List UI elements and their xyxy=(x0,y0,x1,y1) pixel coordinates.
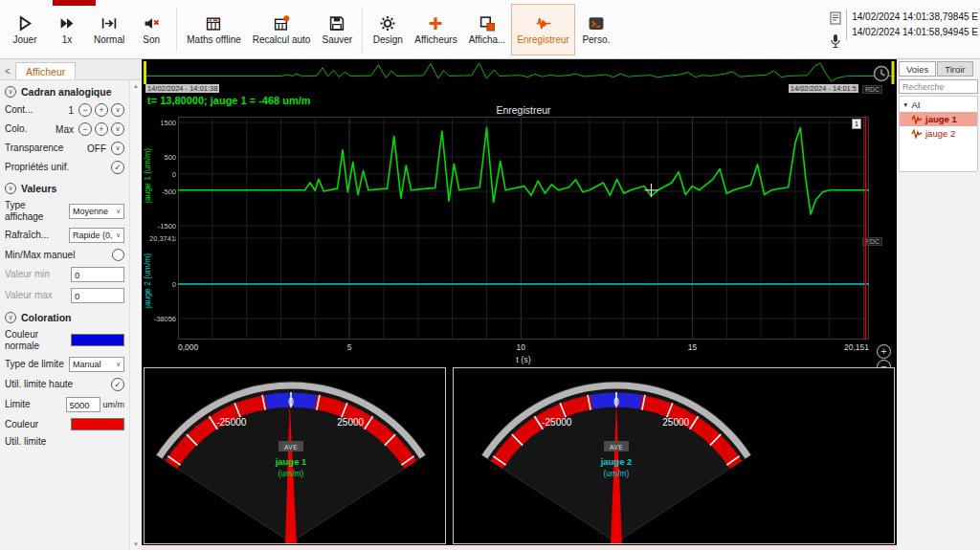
toolbar-button-afficheurs[interactable]: Afficheurs xyxy=(409,4,462,55)
limite-unit: um/m xyxy=(103,400,125,409)
limite-label: Limite xyxy=(5,399,63,410)
save-icon xyxy=(328,13,345,33)
channel-item-jauge-2[interactable]: jauge 2 xyxy=(900,126,977,141)
microphone-icon[interactable] xyxy=(830,33,841,54)
fast-forward-icon xyxy=(58,13,76,33)
toolbar-button-enregistreur[interactable]: Enregistreur xyxy=(511,4,574,55)
toolbar-button-label: Design xyxy=(373,34,403,45)
checked-toggle[interactable]: ✓ xyxy=(111,378,124,391)
partial-row: Util. limite xyxy=(0,433,129,451)
toolbar-button-sauver[interactable]: Sauver xyxy=(316,4,358,55)
y-tick-label: 0 xyxy=(149,170,176,179)
y-tick-label: 500 xyxy=(149,153,176,162)
type-affichage-label: Type affichage xyxy=(5,200,66,222)
toolbar-button-jouer[interactable]: Jouer xyxy=(4,4,46,55)
toolbar-button-afficha-[interactable]: Afficha... xyxy=(463,4,512,55)
tab-voies[interactable]: Voies xyxy=(899,61,936,77)
display-settings-icon xyxy=(479,13,496,33)
toolbar-button-normal[interactable]: Normal xyxy=(88,4,130,55)
minmax-radio[interactable] xyxy=(112,249,124,261)
scroll-up-icon[interactable]: ▲ xyxy=(133,83,139,89)
util-limite-row: Util. limite haute ✓ xyxy=(0,375,129,394)
gauge-panel-1[interactable]: -25000 0 25000 AVE jauge 1 (um/m) xyxy=(144,367,446,544)
overview-strip[interactable] xyxy=(144,61,895,84)
notes-icon[interactable] xyxy=(829,11,842,29)
overview-end-label: 14/02/2024 - 14:01:5 xyxy=(789,84,858,93)
cont-value: 1 xyxy=(68,105,74,116)
sound-muted-icon xyxy=(143,13,160,33)
channel-list: jauge 1jauge 2 xyxy=(900,112,977,141)
valeur-max-input[interactable]: 0 xyxy=(71,288,124,303)
recorder-plot[interactable] xyxy=(178,117,869,340)
gauge-mode-badge: AVE xyxy=(610,444,623,451)
section-coloration[interactable]: ∨ Coloration xyxy=(0,306,129,326)
tree-group-ai[interactable]: ▼ AI xyxy=(900,97,977,112)
left-panel-scrollbar[interactable]: ▲ ▼ xyxy=(129,80,142,550)
end-timestamp: 14/02/2024 14:01:58,94945 E xyxy=(852,25,978,40)
toolbar: Jouer1xNormalSonMaths offlineRecalcul au… xyxy=(0,0,980,59)
toolbar-button-label: Normal xyxy=(94,34,124,45)
channel-panel-tabs: Voies Tiroir xyxy=(897,59,980,77)
increase-button[interactable]: + xyxy=(95,103,108,117)
type-limite-select[interactable]: Manual∨ xyxy=(69,357,124,372)
rdc-badge: RDC xyxy=(862,85,882,94)
collapse-panel-button[interactable]: < xyxy=(0,62,15,79)
chevron-down-icon[interactable]: ∨ xyxy=(111,122,124,136)
toolbar-button-son[interactable]: Son xyxy=(130,4,172,55)
tab-tiroir[interactable]: Tiroir xyxy=(937,61,972,77)
couleur-limite-swatch[interactable] xyxy=(71,418,124,430)
collapse-icon: ∨ xyxy=(5,86,16,98)
couleur-normale-swatch[interactable] xyxy=(71,334,124,346)
chevron-down-icon: ∨ xyxy=(116,361,121,368)
x-tick-label: 20,151 xyxy=(844,342,869,352)
rafraich-select[interactable]: Rapide (0,∨ xyxy=(69,228,124,243)
channel-item-jauge-1[interactable]: jauge 1 xyxy=(900,112,977,126)
chevron-down-icon[interactable]: ∨ xyxy=(111,142,124,155)
toolbar-button-maths-offline[interactable]: Maths offline xyxy=(181,4,247,55)
marker-flag[interactable]: 1 xyxy=(852,119,861,129)
decrease-button[interactable]: − xyxy=(78,122,92,136)
recording-accent-bar xyxy=(53,0,96,6)
colo-value: Max xyxy=(56,124,74,135)
increase-button[interactable]: + xyxy=(95,122,108,136)
y-tick-label: 0 xyxy=(149,280,176,289)
tree-expand-icon[interactable]: ▼ xyxy=(902,101,908,108)
analog-gauge: -25000 0 25000 AVE jauge 2 (um/m) xyxy=(473,368,760,544)
valeur-min-row: Valeur min 0 xyxy=(0,264,129,285)
cont-label: Cont... xyxy=(5,104,65,116)
checked-toggle[interactable]: ✓ xyxy=(111,161,124,174)
gauge-panel-2[interactable]: -25000 0 25000 AVE jauge 2 (um/m) xyxy=(453,367,895,544)
clock-icon[interactable] xyxy=(873,65,890,82)
scroll-down-icon[interactable]: ▼ xyxy=(133,541,139,547)
search-input[interactable]: Recherche xyxy=(899,79,978,94)
valeur-min-input[interactable]: 0 xyxy=(71,267,124,282)
toolbar-button-perso-[interactable]: Perso. xyxy=(575,4,617,55)
app-window: Jouer1xNormalSonMaths offlineRecalcul au… xyxy=(0,0,980,550)
section-valeurs[interactable]: ∨ Valeurs xyxy=(0,177,129,197)
gauge-mode-badge: AVE xyxy=(284,444,298,451)
couleur-normale-label: Couleur normale xyxy=(5,329,68,351)
section-title: Valeurs xyxy=(21,183,56,194)
section-cadran-analogique[interactable]: ∨ Cadran analogique xyxy=(0,80,129,100)
collapse-icon: ∨ xyxy=(5,183,16,194)
section-title: Coloration xyxy=(21,312,72,323)
toolbar-button-design[interactable]: Design xyxy=(367,4,409,55)
gauge-max-label: 25000 xyxy=(337,417,364,428)
type-affichage-select[interactable]: Moyenne∨ xyxy=(69,204,124,219)
toolbar-separator xyxy=(362,8,363,52)
decrease-button[interactable]: − xyxy=(78,103,92,117)
selected-value: Moyenne xyxy=(73,207,108,216)
maths-grid-icon xyxy=(205,13,222,33)
x-axis-label: t (s) xyxy=(516,355,531,364)
toolbar-button-recalcul-auto[interactable]: Recalcul auto xyxy=(247,4,317,55)
terminal-icon xyxy=(588,13,605,33)
toolbar-button-1x[interactable]: 1x xyxy=(46,4,88,55)
chevron-down-icon[interactable]: ∨ xyxy=(111,103,124,117)
gauge-row: -25000 0 25000 AVE jauge 1 (um/m) -25000… xyxy=(144,367,895,544)
zoom-in-button[interactable]: + xyxy=(877,344,891,359)
tab-afficheur[interactable]: Afficheur xyxy=(15,62,76,79)
limite-input[interactable]: 5000 xyxy=(66,397,100,412)
transparence-value: OFF xyxy=(87,143,106,154)
gauge-max-label: 25000 xyxy=(662,417,689,428)
add-display-icon xyxy=(427,13,444,33)
